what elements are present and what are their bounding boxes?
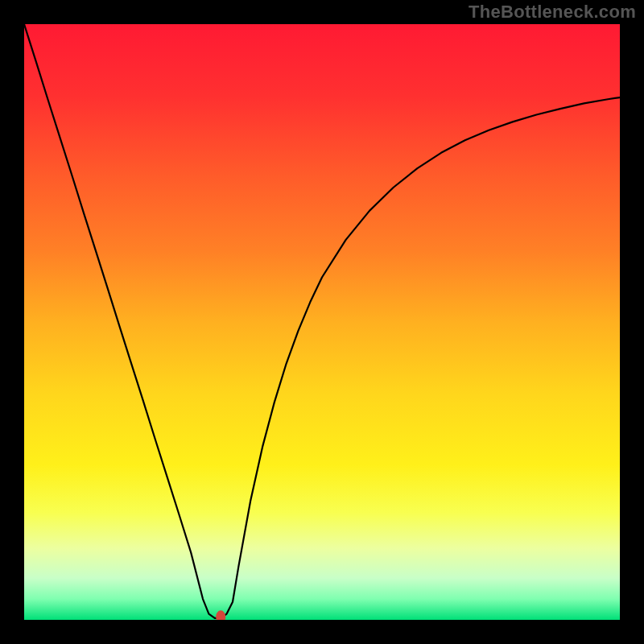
gradient-background bbox=[24, 24, 620, 620]
watermark-text: TheBottleneck.com bbox=[469, 2, 636, 23]
chart-frame: TheBottleneck.com bbox=[0, 0, 644, 644]
plot-area bbox=[24, 24, 620, 620]
bottleneck-chart bbox=[24, 24, 620, 620]
